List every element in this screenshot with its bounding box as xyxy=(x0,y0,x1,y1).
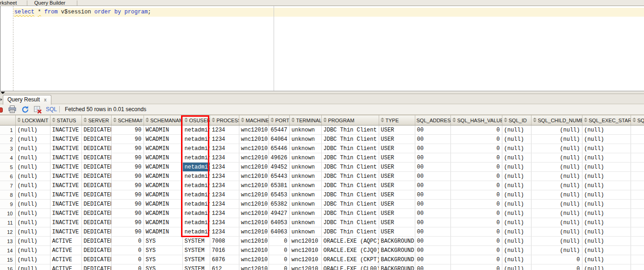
grid-cell[interactable] xyxy=(631,144,644,153)
sort-icon[interactable] xyxy=(584,118,588,123)
grid-cell[interactable]: JDBC Thin Client xyxy=(321,218,379,227)
grid-cell[interactable]: SYSTEM xyxy=(182,264,210,270)
grid-cell[interactable]: SYSTEM xyxy=(182,237,210,246)
grid-cell[interactable]: 0 xyxy=(450,172,502,181)
grid-cell[interactable]: 0 xyxy=(269,246,289,255)
sort-icon[interactable] xyxy=(632,118,636,123)
grid-cell[interactable]: (null) xyxy=(15,144,50,153)
grid-cell[interactable]: INACTIVE xyxy=(50,144,81,153)
grid-cell[interactable]: WCADMIN xyxy=(144,181,182,190)
grid-cell[interactable]: (null) xyxy=(15,135,50,144)
grid-cell[interactable]: unknown xyxy=(289,135,321,144)
grid-cell[interactable]: DEDICATED xyxy=(81,264,111,270)
grid-cell[interactable]: DEDICATED xyxy=(81,144,111,153)
close-icon[interactable]: x xyxy=(44,97,47,102)
grid-cell[interactable]: 49452 xyxy=(269,163,289,172)
grid-cell[interactable]: DEDICATED xyxy=(81,135,111,144)
grid-cell[interactable]: 0 xyxy=(450,209,502,218)
grid-cell[interactable]: INACTIVE xyxy=(50,200,81,209)
grid-cell[interactable]: netadmin xyxy=(182,200,210,209)
grid-cell[interactable]: (null) xyxy=(15,246,50,255)
grid-cell[interactable]: 0 xyxy=(531,255,582,264)
grid-cell[interactable]: 49427 xyxy=(269,209,289,218)
grid-cell[interactable]: (null) xyxy=(502,181,531,190)
row-number-cell[interactable]: 8 xyxy=(0,190,15,200)
grid-cell[interactable]: DEDICATED xyxy=(81,190,111,200)
grid-cell[interactable]: (null) xyxy=(502,190,531,200)
grid-cell[interactable]: USER xyxy=(379,190,415,200)
grid-cell[interactable]: DEDICATED xyxy=(81,153,111,163)
grid-header-sql_child_number[interactable]: SQL_CHILD_NUMBER xyxy=(531,115,582,126)
grid-cell[interactable]: SYS xyxy=(144,255,182,264)
grid-cell[interactable]: 64053 xyxy=(269,218,289,227)
grid-cell[interactable] xyxy=(631,153,644,163)
grid-cell[interactable]: USER xyxy=(379,209,415,218)
grid-cell[interactable]: (null) xyxy=(582,190,631,200)
grid-cell[interactable]: DEDICATED xyxy=(81,163,111,172)
row-number-cell[interactable]: 9 xyxy=(0,200,15,209)
grid-header-port[interactable]: PORT xyxy=(269,115,289,126)
grid-header-type[interactable]: TYPE xyxy=(379,115,415,126)
grid-cell[interactable]: BACKGROUND xyxy=(379,246,415,255)
grid-header-terminal[interactable]: TERMINAL xyxy=(289,115,321,126)
grid-cell[interactable]: (null) xyxy=(531,181,582,190)
grid-cell[interactable]: (null) xyxy=(531,227,582,237)
grid-cell[interactable]: 1234 xyxy=(210,135,239,144)
grid-cell[interactable]: WCADMIN xyxy=(144,218,182,227)
grid-cell[interactable]: (null) xyxy=(502,135,531,144)
grid-cell[interactable]: 65453 xyxy=(269,190,289,200)
grid-cell[interactable]: WCADMIN xyxy=(144,153,182,163)
grid-cell[interactable]: 0 xyxy=(450,227,502,237)
tab-query-builder[interactable]: Query Builder xyxy=(31,0,69,6)
grid-cell[interactable] xyxy=(631,218,644,227)
grid-cell[interactable]: unknown xyxy=(289,218,321,227)
grid-header-sql_id[interactable]: SQL_ID xyxy=(502,115,531,126)
sort-icon[interactable] xyxy=(270,118,274,123)
grid-cell[interactable]: 65381 xyxy=(269,181,289,190)
grid-cell[interactable]: 90 xyxy=(111,135,144,144)
grid-header-status[interactable]: STATUS xyxy=(50,115,81,126)
grid-cell[interactable]: wnc12010 xyxy=(239,172,269,181)
grid-cell[interactable]: (null) xyxy=(582,126,631,135)
grid-cell[interactable]: ORACLE.EXE (CJQ0) xyxy=(321,246,379,255)
grid-cell[interactable]: 90 xyxy=(111,218,144,227)
grid-cell[interactable]: WCADMIN xyxy=(144,172,182,181)
grid-cell[interactable]: DEDICATED xyxy=(81,200,111,209)
grid-cell[interactable] xyxy=(631,190,644,200)
grid-cell[interactable]: wnc12010 xyxy=(239,135,269,144)
grid-cell[interactable]: wnc12010 xyxy=(239,126,269,135)
grid-cell[interactable]: INACTIVE xyxy=(50,218,81,227)
grid-cell[interactable]: WCADMIN xyxy=(144,135,182,144)
grid-header-sql_hash_value[interactable]: SQL_HASH_VALUE xyxy=(450,115,502,126)
grid-cell[interactable]: (null) xyxy=(582,200,631,209)
grid-cell[interactable]: 0 xyxy=(269,237,289,246)
grid-cell[interactable]: 0 xyxy=(111,255,144,264)
grid-cell[interactable]: INACTIVE xyxy=(50,190,81,200)
grid-cell[interactable]: 64063 xyxy=(269,227,289,237)
grid-cell[interactable]: unknown xyxy=(289,181,321,190)
grid-header-schemaname[interactable]: SCHEMANAME xyxy=(144,115,182,126)
grid-cell[interactable]: wnc12010 xyxy=(239,264,269,270)
grid-cell[interactable]: INACTIVE xyxy=(50,181,81,190)
grid-cell[interactable]: (null) xyxy=(502,227,531,237)
grid-cell[interactable]: wnc12010 xyxy=(239,255,269,264)
grid-cell[interactable]: 0 xyxy=(111,237,144,246)
grid-cell[interactable]: 1234 xyxy=(210,163,239,172)
grid-cell[interactable]: WCADMIN xyxy=(144,163,182,172)
grid-cell[interactable]: DEDICATED xyxy=(81,172,111,181)
grid-cell[interactable]: wnc12010 xyxy=(239,209,269,218)
grid-cell[interactable]: (null) xyxy=(531,237,582,246)
grid-cell[interactable]: JDBC Thin Client xyxy=(321,144,379,153)
pin-icon[interactable] xyxy=(0,107,3,113)
grid-cell[interactable]: 0 xyxy=(450,246,502,255)
grid-cell[interactable]: (null) xyxy=(531,190,582,200)
grid-cell[interactable]: BACKGROUND xyxy=(379,237,415,246)
grid-cell[interactable]: (null) xyxy=(15,181,50,190)
sort-icon[interactable] xyxy=(533,118,537,123)
grid-cell[interactable]: USER xyxy=(379,181,415,190)
row-number-cell[interactable]: 13 xyxy=(0,237,15,246)
row-number-cell[interactable]: 4 xyxy=(0,153,15,163)
grid-cell[interactable]: INACTIVE xyxy=(50,153,81,163)
grid-cell[interactable]: (null) xyxy=(582,209,631,218)
grid-cell[interactable]: INACTIVE xyxy=(50,172,81,181)
